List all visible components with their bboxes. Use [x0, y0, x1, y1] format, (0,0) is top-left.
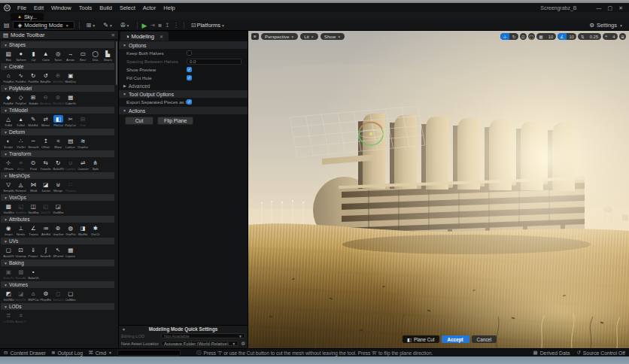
tool-mshdup[interactable]: ▣MshDup: [65, 71, 77, 83]
tool-voxmorph[interactable]: ◲VoxMorph: [52, 202, 65, 214]
select-mode-icon[interactable]: ⊹: [500, 33, 509, 40]
tool-sculpt[interactable]: ◐Sculpt: [2, 137, 15, 149]
mode-selector-button[interactable]: ◈ Modeling Mode ▼: [13, 21, 74, 29]
play-options-icon[interactable]: ⋮: [173, 22, 179, 29]
tool-stairs[interactable]: ▙Stairs: [102, 50, 114, 62]
tool-disc[interactable]: ◯Disc: [90, 50, 102, 62]
tool-autouv[interactable]: ▢AutoUV: [2, 246, 15, 258]
tool-polydef[interactable]: ◇PolyDef: [15, 93, 28, 105]
cmd-dropdown[interactable]: ⌘ Cmd ▼: [88, 350, 112, 356]
tool-align[interactable]: ≡Align: [15, 159, 28, 171]
tool-polyext[interactable]: ⌂PolyExt: [2, 71, 15, 83]
tool-grpgen[interactable]: ⊚GrpGen: [52, 224, 65, 236]
tool-bakeall[interactable]: ▩BakeAll: [15, 268, 28, 280]
derived-data-button[interactable]: ▦ Derived Data: [533, 350, 570, 356]
tool-polyed[interactable]: ◆PolyEd: [2, 93, 15, 105]
section-header-voxops[interactable]: ▼VoxOps: [1, 194, 114, 201]
tool-voxmrg[interactable]: ◫VoxMrg: [27, 202, 40, 214]
tool-simpcol[interactable]: ◻SimpCol: [52, 290, 65, 302]
close-icon[interactable]: ✕: [160, 34, 163, 39]
tool-mirror[interactable]: ⇄Mirror: [40, 115, 53, 127]
tool-pathrev[interactable]: ↻PathRev: [27, 71, 40, 83]
section-header-deform[interactable]: ▼Deform: [1, 129, 114, 135]
scrollbar-thumb[interactable]: [116, 41, 117, 85]
tool-autolod[interactable]: #AutoLOD: [15, 311, 28, 323]
section-header-baking[interactable]: ▼Baking: [1, 259, 114, 266]
flip-plane-button[interactable]: Flip Plane: [157, 117, 193, 125]
tool-nrmls[interactable]: ⊥Nrmls: [15, 224, 28, 236]
tool-weld[interactable]: ⋈Weld: [27, 180, 40, 193]
viewport[interactable]: ≡ Perspective ▼ Lit ▼ Show ▼ ⊹ ↻: [248, 31, 629, 348]
viewport-menu-icon[interactable]: ≡: [251, 33, 259, 40]
tool-cone[interactable]: ▲Cone: [40, 50, 53, 62]
cut-button[interactable]: Cut: [125, 117, 153, 125]
tool-smooth[interactable]: ∽Smooth: [27, 137, 40, 149]
tool-voxoff[interactable]: ◰VoxOff: [40, 202, 53, 214]
gear-icon[interactable]: ⚙: [241, 341, 245, 347]
tool-pathext[interactable]: ∿PathExt: [15, 71, 28, 83]
snap-toggle-icon[interactable]: ◯: [528, 33, 535, 40]
tool-combine[interactable]: ∪Combine: [65, 159, 77, 171]
menu-edit[interactable]: Edit: [30, 5, 47, 11]
quick-settings-header[interactable]: ▼ Modeling Mode Quick Settings: [119, 326, 248, 332]
output-log-button[interactable]: ≣ Output Log: [51, 350, 83, 356]
tool-merge[interactable]: ⊎Merge: [52, 180, 65, 193]
minimize-icon[interactable]: —: [597, 5, 602, 11]
tool-bdryrev[interactable]: ↺BdryRev: [40, 71, 53, 83]
tool-polycut[interactable]: ✂PolyCut: [65, 115, 77, 127]
tool-trisel[interactable]: ▴TriSel: [15, 115, 28, 127]
checkbox-export-separated-pieces-as-new[interactable]: [187, 99, 192, 105]
tool-cyl[interactable]: ▮Cyl: [27, 50, 40, 62]
section-header-meshops[interactable]: ▼MeshOps: [1, 172, 114, 179]
tool-rect[interactable]: ▭Rect: [77, 50, 90, 62]
tool-warp[interactable]: ≈Warp: [52, 137, 65, 149]
tool-attred[interactable]: ≔AttrEd: [40, 224, 53, 236]
tool-tried[interactable]: △TriEd: [2, 115, 15, 127]
section-header-attributes[interactable]: ▼Attributes: [1, 216, 114, 223]
checkbox-fill-cut-hole[interactable]: [187, 75, 192, 80]
tool-transfer[interactable]: ⇆Transfer: [40, 159, 53, 171]
tool-lattice[interactable]: ▤Lattice: [65, 137, 77, 149]
section-header-create[interactable]: ▼Create: [1, 63, 114, 70]
tool-jacket[interactable]: ◪Jacket: [40, 180, 53, 193]
stop-icon[interactable]: ■: [158, 22, 162, 29]
level-tab[interactable]: ▲ Sky...: [11, 13, 44, 20]
tool-xform[interactable]: ⊹XForm: [2, 159, 15, 171]
section-header-trimodel[interactable]: ▼TriModel: [1, 107, 114, 114]
world-space-icon[interactable]: ↻: [509, 33, 518, 40]
section-header-polymodel[interactable]: ▼PolyModel: [1, 85, 114, 92]
checkbox-keep-both-halves[interactable]: [187, 50, 192, 56]
tool-project[interactable]: ⇓Project: [27, 246, 40, 258]
menu-help[interactable]: Help: [160, 5, 178, 11]
gizmo-mode-group[interactable]: ⊹ ↻: [500, 33, 518, 40]
tool-remesh[interactable]: ◬Remesh: [15, 180, 28, 193]
tool-mshed[interactable]: ✎MshEd: [27, 115, 40, 127]
tool-split[interactable]: ⋔Split: [90, 159, 102, 171]
close-icon[interactable]: ✕: [111, 32, 115, 38]
section-options[interactable]: ▼ Options: [119, 41, 248, 49]
section-header-shapes[interactable]: ▼Shapes: [1, 41, 114, 48]
tool-vol2msh[interactable]: ◩Vol2Msh: [2, 290, 15, 302]
tool-subdiv[interactable]: ⊞Subdiv: [27, 93, 40, 105]
maximize-icon[interactable]: ▢: [608, 5, 613, 11]
tool-grppnt[interactable]: ◍GrpPnt: [65, 224, 77, 236]
tool-inspct[interactable]: ◉Inspct: [2, 224, 15, 236]
tool-torus[interactable]: ◎Torus: [52, 50, 65, 62]
tool-convert[interactable]: ⇌Convert: [77, 159, 90, 171]
tool-offset[interactable]: ↥Offset: [40, 137, 53, 149]
blueprints-button[interactable]: ✎▼: [101, 22, 115, 29]
checkbox-show-preview[interactable]: [187, 67, 192, 72]
field-spacing-between-halves[interactable]: 0.0: [187, 59, 242, 65]
tool-plncut[interactable]: ◧PlnCut: [52, 115, 65, 127]
play-button[interactable]: ▶: [142, 22, 147, 29]
close-icon[interactable]: ✕: [618, 5, 623, 11]
rotation-snap-value[interactable]: 10: [567, 33, 576, 40]
tool-bakers[interactable]: ↻BakeRS: [52, 159, 65, 171]
scale-snap-group[interactable]: ⇅ 0.25: [578, 33, 600, 40]
tool-msh2vol[interactable]: ◪Msh2Vol: [15, 290, 28, 302]
console-command-input[interactable]: [117, 350, 181, 356]
grid-snap-group[interactable]: ▦ 10: [536, 33, 556, 40]
menu-actor[interactable]: Actor: [139, 5, 160, 11]
save-icon[interactable]: ▤: [4, 22, 10, 29]
tool-unwrap[interactable]: ⊡Unwrap: [15, 246, 28, 258]
